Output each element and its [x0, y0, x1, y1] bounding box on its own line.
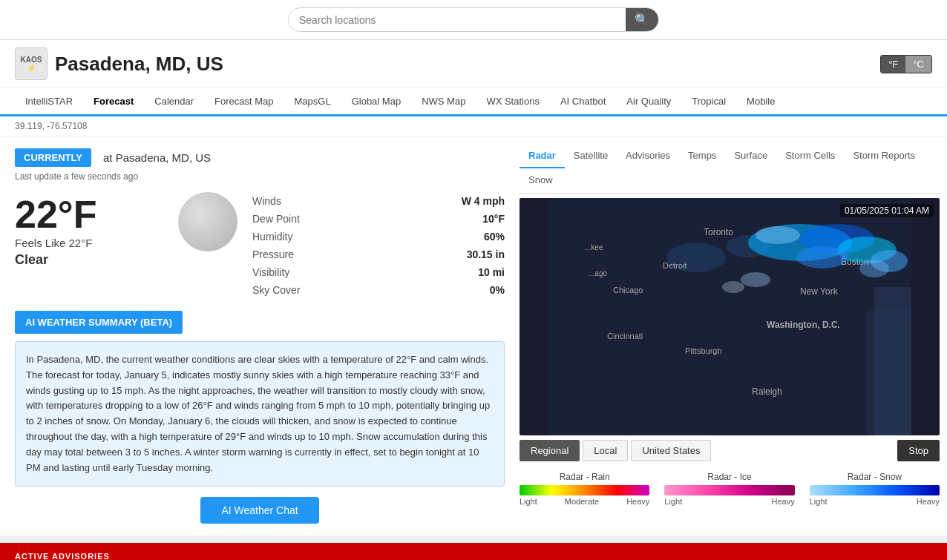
svg-text:New York: New York: [800, 286, 839, 297]
map-tab-snow[interactable]: Snow: [520, 168, 562, 193]
ice-legend-labels: Light Heavy: [664, 497, 794, 506]
nav-item-global-map[interactable]: Global Map: [341, 88, 411, 114]
local-btn[interactable]: Local: [583, 440, 628, 461]
rain-legend-labels: Light Moderate Heavy: [520, 497, 649, 506]
rain-legend: Radar - Rain Light Moderate Heavy: [520, 472, 649, 506]
main-nav: IntelliSTAR Forecast Calendar Forecast M…: [0, 88, 947, 116]
map-tab-temps[interactable]: Temps: [679, 144, 725, 168]
nav-item-nws-map[interactable]: NWS Map: [411, 88, 476, 114]
dew-point-row: Dew Point 10°F: [252, 210, 505, 228]
search-input[interactable]: [289, 10, 626, 30]
current-temp: 22°F: [15, 192, 163, 237]
nav-item-mobile[interactable]: Mobile: [736, 88, 785, 114]
dew-point-value: 10°F: [482, 213, 505, 225]
logo-sub: ⚡: [27, 64, 36, 72]
nav-item-tropical[interactable]: Tropical: [681, 88, 736, 114]
stop-btn[interactable]: Stop: [897, 440, 940, 461]
rain-light: Light: [520, 497, 537, 506]
ai-weather-chat-button[interactable]: AI Weather Chat: [200, 497, 318, 524]
rain-moderate: Moderate: [565, 497, 599, 506]
ice-legend-bar: [664, 485, 794, 495]
nav-item-intellistar[interactable]: IntelliSTAR: [15, 88, 83, 114]
sky-cover-value: 0%: [490, 284, 505, 296]
nav-item-wx-stations[interactable]: WX Stations: [476, 88, 550, 114]
winds-value: W 4 mph: [462, 195, 505, 207]
nav-item-ai-chatbot[interactable]: AI Chatbot: [550, 88, 616, 114]
svg-text:Washington, D.C.: Washington, D.C.: [767, 320, 840, 330]
nav-item-air-quality[interactable]: Air Quality: [616, 88, 681, 114]
united-states-btn[interactable]: United States: [631, 440, 711, 461]
nav-item-forecast-map[interactable]: Forecast Map: [204, 88, 284, 114]
humidity-label: Humidity: [252, 231, 292, 243]
moon-icon: [178, 192, 237, 251]
nav-item-forecast[interactable]: Forecast: [83, 88, 144, 116]
rain-legend-bar: [520, 485, 649, 495]
search-button[interactable]: 🔍: [626, 8, 658, 31]
currently-header: CURRENTLY at Pasadena, MD, US: [15, 148, 505, 167]
map-tabs: Radar Satellite Advisories Temps Surface…: [520, 144, 940, 194]
map-timestamp: 01/05/2025 01:04 AM: [840, 204, 934, 217]
svg-text:Raleigh: Raleigh: [752, 386, 782, 397]
temp-f-btn[interactable]: °F: [881, 56, 905, 73]
logo-text: KAOS: [21, 56, 42, 64]
location-text: at Pasadena, MD, US: [103, 151, 211, 164]
svg-rect-25: [867, 309, 911, 435]
humidity-value: 60%: [484, 231, 505, 243]
snow-legend: Radar - Snow Light Heavy: [810, 472, 940, 506]
snow-light: Light: [810, 497, 828, 506]
search-container: 🔍: [288, 7, 659, 32]
legend-section: Radar - Rain Light Moderate Heavy Radar …: [520, 467, 940, 510]
svg-point-19: [756, 226, 800, 244]
site-title: Pasadena, MD, US: [55, 53, 223, 76]
winds-label: Winds: [252, 195, 281, 207]
last-update: Last update a few seconds ago: [15, 171, 505, 182]
snow-legend-title: Radar - Snow: [810, 472, 940, 482]
visibility-row: Visibility 10 mi: [252, 263, 505, 281]
dew-point-label: Dew Point: [252, 213, 300, 225]
svg-point-23: [722, 281, 744, 293]
map-controls: Regional Local United States Stop: [520, 440, 940, 461]
ice-legend-title: Radar - Ice: [664, 472, 794, 482]
nav-item-calendar[interactable]: Calendar: [144, 88, 204, 114]
main-content: CURRENTLY at Pasadena, MD, US Last updat…: [0, 136, 947, 536]
rain-heavy: Heavy: [626, 497, 649, 506]
map-tab-storm-cells[interactable]: Storm Cells: [776, 144, 844, 168]
map-tab-storm-reports[interactable]: Storm Reports: [844, 144, 924, 168]
map-container: 01/05/2025 01:04 AM Detroit Chicago Cinc…: [520, 198, 940, 435]
pressure-value: 30.15 in: [467, 248, 505, 260]
advisory-label: ACTIVE ADVISORIES: [15, 552, 932, 560]
condition: Clear: [15, 252, 163, 268]
svg-text:Detroit: Detroit: [663, 261, 687, 270]
advisories-bar: ACTIVE ADVISORIES Winter Storm Warning b…: [0, 543, 947, 560]
sky-cover-label: Sky Cover: [252, 284, 301, 296]
ice-light: Light: [664, 497, 682, 506]
svg-point-22: [741, 272, 770, 287]
regional-btn[interactable]: Regional: [520, 440, 580, 461]
map-tab-radar[interactable]: Radar: [520, 144, 565, 168]
snow-legend-labels: Light Heavy: [810, 497, 940, 506]
search-bar: 🔍: [0, 0, 947, 40]
pressure-row: Pressure 30.15 in: [252, 246, 505, 263]
weather-details: Winds W 4 mph Dew Point 10°F Humidity 60…: [252, 192, 505, 299]
visibility-value: 10 mi: [478, 266, 505, 278]
ai-summary-text: In Pasadena, MD, the current weather con…: [15, 341, 505, 487]
humidity-row: Humidity 60%: [252, 228, 505, 246]
ice-legend: Radar - Ice Light Heavy: [664, 472, 794, 506]
logo-title: KAOS ⚡ Pasadena, MD, US: [15, 47, 223, 80]
ai-summary-section: AI WEATHER SUMMARY (BETA) In Pasadena, M…: [15, 311, 505, 524]
temp-c-btn[interactable]: °C: [905, 56, 931, 73]
feels-like: Feels Like 22°F: [15, 237, 163, 249]
nav-item-mapsgl[interactable]: MapsGL: [284, 88, 341, 114]
winds-row: Winds W 4 mph: [252, 192, 505, 210]
rain-legend-title: Radar - Rain: [520, 472, 649, 482]
visibility-label: Visibility: [252, 266, 289, 278]
map-tab-advisories[interactable]: Advisories: [617, 144, 679, 168]
coordinates: 39.119, -76.57108: [0, 116, 947, 136]
currently-badge: CURRENTLY: [15, 148, 91, 167]
svg-text:Cincinnati: Cincinnati: [607, 332, 643, 340]
map-tab-satellite[interactable]: Satellite: [565, 144, 617, 168]
left-panel: CURRENTLY at Pasadena, MD, US Last updat…: [0, 136, 520, 536]
temp-toggle: °F °C: [880, 55, 932, 73]
map-tab-surface[interactable]: Surface: [725, 144, 776, 168]
sky-cover-row: Sky Cover 0%: [252, 281, 505, 299]
